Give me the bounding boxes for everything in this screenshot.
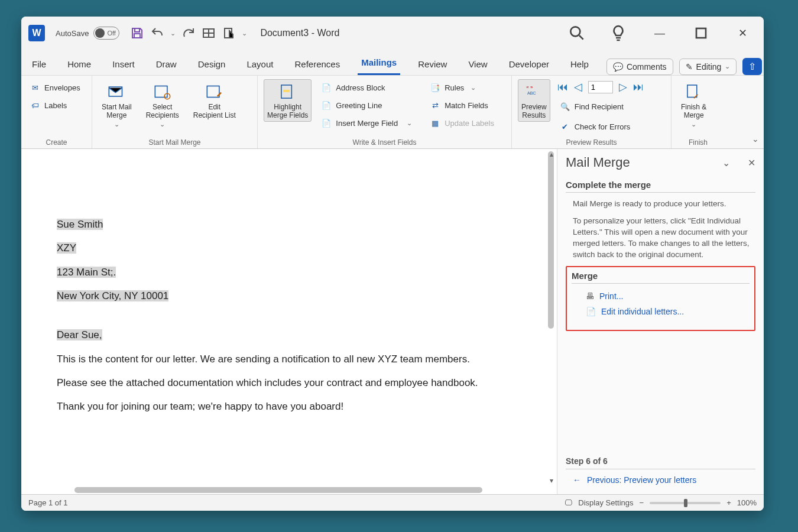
edit-letters-link[interactable]: 📄Edit individual letters... bbox=[572, 304, 750, 319]
panel-collapse-icon[interactable]: ⌄ bbox=[722, 157, 730, 168]
tab-home[interactable]: Home bbox=[64, 53, 95, 75]
record-number-input[interactable] bbox=[588, 81, 613, 93]
qat-customize-icon[interactable]: ⌄ bbox=[242, 30, 247, 37]
svg-rect-10 bbox=[283, 90, 290, 92]
complete-merge-heading: Complete the merge bbox=[566, 180, 755, 193]
horizontal-scrollbar[interactable] bbox=[21, 486, 545, 494]
address-block-button[interactable]: 📄Address Block bbox=[319, 80, 414, 95]
zoom-level[interactable]: 100% bbox=[737, 498, 757, 507]
ribbon-collapse-icon[interactable]: ⌄ bbox=[747, 76, 764, 148]
paragraph-3: Thank you for joining our team; we're ha… bbox=[57, 399, 533, 414]
close-button[interactable]: ✕ bbox=[733, 24, 752, 43]
match-fields-button[interactable]: ⇄Match Fields bbox=[427, 98, 497, 112]
table-icon[interactable] bbox=[202, 26, 216, 40]
previous-step-link[interactable]: ←Previous: Preview your letters bbox=[566, 469, 755, 488]
svg-rect-13 bbox=[687, 85, 697, 98]
scroll-up-icon[interactable]: ▴ bbox=[548, 150, 555, 157]
match-icon: ⇄ bbox=[430, 100, 440, 111]
labels-icon: 🏷 bbox=[30, 100, 40, 111]
preview-icon: « »ABC bbox=[523, 82, 545, 102]
svg-text:ABC: ABC bbox=[527, 91, 536, 96]
word-window: W AutoSave Off ⌄ ⌄ Document3 - Word — ✕ bbox=[21, 17, 764, 511]
address-block-icon: 📄 bbox=[321, 82, 332, 93]
group-start-label: Start Mail Merge bbox=[98, 137, 251, 147]
greeting-line-button[interactable]: 📄Greeting Line bbox=[319, 98, 414, 112]
paste-icon[interactable] bbox=[222, 26, 236, 40]
document-area[interactable]: Sue Smith XZY 123 Main St;. New York Cit… bbox=[21, 149, 557, 494]
next-record-icon[interactable]: ▷ bbox=[619, 80, 627, 93]
document-title: Document3 - Word bbox=[260, 28, 339, 38]
tab-draw[interactable]: Draw bbox=[153, 53, 180, 75]
find-recipient-button[interactable]: 🔍Find Recipient bbox=[557, 99, 644, 113]
autosave-control[interactable]: AutoSave Off bbox=[56, 27, 119, 40]
insert-field-icon: 📄 bbox=[321, 118, 332, 128]
tab-layout[interactable]: Layout bbox=[243, 53, 277, 75]
prev-record-icon[interactable]: ◁ bbox=[574, 80, 582, 93]
print-merge-link[interactable]: 🖶Print... bbox=[572, 288, 750, 304]
group-write-label: Write & Insert Fields bbox=[264, 137, 505, 147]
display-settings-icon[interactable]: 🖵 bbox=[565, 498, 572, 507]
save-icon[interactable] bbox=[130, 26, 144, 40]
quick-access-toolbar: ⌄ ⌄ bbox=[130, 26, 247, 40]
merge-field-company: XZY bbox=[57, 242, 76, 254]
editing-mode-button[interactable]: ✎Editing⌄ bbox=[679, 59, 737, 75]
tab-view[interactable]: View bbox=[465, 53, 491, 75]
arrow-left-icon: ← bbox=[573, 475, 581, 485]
tab-mailings[interactable]: Mailings bbox=[358, 51, 400, 75]
autosave-toggle[interactable]: Off bbox=[93, 27, 119, 40]
zoom-out-icon[interactable]: − bbox=[640, 498, 644, 507]
panel-text-2: To personalize your letters, click "Edit… bbox=[566, 216, 755, 261]
print-icon: 🖶 bbox=[586, 291, 594, 301]
merge-heading: Merge bbox=[572, 271, 750, 284]
document-content[interactable]: Sue Smith XZY 123 Main St;. New York Cit… bbox=[57, 217, 533, 423]
svg-point-2 bbox=[570, 27, 580, 36]
tab-file[interactable]: File bbox=[28, 53, 50, 75]
search-icon[interactable] bbox=[567, 24, 586, 43]
tab-review[interactable]: Review bbox=[414, 53, 450, 75]
edit-recipient-list-button[interactable]: EditRecipient List bbox=[190, 79, 239, 122]
envelopes-button[interactable]: ✉Envelopes bbox=[27, 80, 83, 95]
tab-references[interactable]: References bbox=[291, 53, 343, 75]
maximize-button[interactable] bbox=[692, 24, 711, 43]
highlight-merge-fields-button[interactable]: HighlightMerge Fields bbox=[264, 79, 312, 122]
labels-button[interactable]: 🏷Labels bbox=[27, 98, 83, 112]
tab-insert[interactable]: Insert bbox=[109, 53, 138, 75]
merge-field-addr1: 123 Main St;. bbox=[57, 267, 116, 278]
tab-developer[interactable]: Developer bbox=[505, 53, 553, 75]
scroll-down-icon[interactable]: ▾ bbox=[548, 476, 555, 484]
finish-merge-button[interactable]: Finish &Merge⌄ bbox=[677, 79, 710, 131]
undo-dropdown-icon[interactable]: ⌄ bbox=[170, 30, 176, 37]
share-button[interactable]: ⇧ bbox=[742, 58, 762, 75]
tab-help[interactable]: Help bbox=[567, 53, 592, 75]
titlebar: W AutoSave Off ⌄ ⌄ Document3 - Word — ✕ bbox=[21, 17, 764, 50]
find-icon: 🔍 bbox=[560, 101, 570, 112]
insert-merge-field-button[interactable]: 📄Insert Merge Field ⌄ bbox=[319, 116, 414, 130]
first-record-icon[interactable]: ⏮ bbox=[557, 81, 568, 93]
comment-icon: 💬 bbox=[613, 62, 623, 72]
status-bar: Page 1 of 1 🖵 Display Settings − + 100% bbox=[21, 494, 764, 511]
start-mail-merge-button[interactable]: Start MailMerge⌄ bbox=[98, 79, 135, 131]
update-labels-icon: ▦ bbox=[430, 118, 440, 128]
tab-design[interactable]: Design bbox=[194, 53, 229, 75]
check-errors-button[interactable]: ✔Check for Errors bbox=[557, 119, 644, 134]
panel-close-icon[interactable]: ✕ bbox=[748, 157, 755, 168]
vertical-scrollbar[interactable] bbox=[546, 149, 556, 494]
preview-results-button[interactable]: « »ABCPreviewResults bbox=[518, 79, 550, 122]
minimize-button[interactable]: — bbox=[650, 24, 669, 43]
page-indicator[interactable]: Page 1 of 1 bbox=[28, 498, 68, 507]
zoom-slider[interactable] bbox=[650, 502, 721, 504]
comments-button[interactable]: 💬Comments bbox=[606, 59, 673, 75]
paragraph-2: Please see the attached documentation wh… bbox=[57, 375, 533, 391]
recipients-icon bbox=[151, 82, 174, 102]
undo-icon[interactable] bbox=[150, 26, 164, 40]
mail-merge-icon bbox=[105, 82, 128, 102]
display-settings-label[interactable]: Display Settings bbox=[578, 498, 633, 507]
zoom-in-icon[interactable]: + bbox=[726, 498, 731, 507]
autosave-state: Off bbox=[106, 30, 115, 37]
help-bulb-icon[interactable] bbox=[609, 24, 628, 43]
last-record-icon[interactable]: ⏭ bbox=[633, 81, 644, 93]
redo-icon[interactable] bbox=[181, 26, 196, 40]
edit-docs-icon: 📄 bbox=[586, 307, 596, 316]
select-recipients-button[interactable]: SelectRecipients⌄ bbox=[142, 79, 183, 131]
rules-button[interactable]: 📑Rules⌄ bbox=[427, 80, 497, 95]
